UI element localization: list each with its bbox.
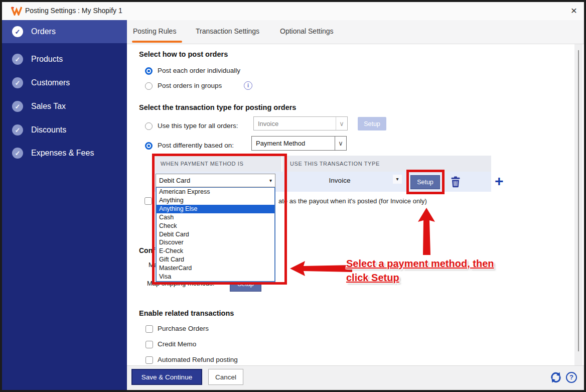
radio-post-differently-label: Post differently based on: (158, 142, 234, 149)
all-orders-type-value: Invoice (258, 120, 278, 127)
annotation-text: Select a payment method, then click Setu… (346, 256, 507, 285)
payment-method-combo[interactable]: Debit Card ▾ (156, 174, 275, 187)
checkbox-automated-refund[interactable] (145, 356, 153, 364)
tab-transaction-settings[interactable]: Transaction Settings (196, 27, 259, 35)
check-circle-icon: ✓ (12, 54, 23, 65)
annotation-line-2: click Setup (346, 271, 507, 285)
radio-post-differently[interactable] (145, 142, 153, 150)
cancel-button[interactable]: Cancel (208, 369, 243, 385)
save-continue-button[interactable]: Save & Continue (131, 369, 202, 385)
window-title: Posting Settings : My Shopify 1 (25, 7, 122, 15)
checkbox-automated-refund-label: Automated Refund posting (158, 356, 238, 363)
dropdown-option[interactable]: Discover (157, 238, 274, 247)
dropdown-option[interactable]: Cash (157, 213, 274, 222)
sidebar-item-expenses-fees[interactable]: ✓ Expenses & Fees (2, 142, 127, 164)
annotation-left-arrow-icon (289, 259, 352, 278)
sidebar-item-label: Products (31, 55, 63, 64)
payment-method-combo-value: Debit Card (159, 177, 190, 184)
dropdown-option[interactable]: Gift Card (157, 255, 274, 264)
radio-post-individually[interactable] (145, 67, 153, 75)
help-icon[interactable]: ? (566, 372, 577, 383)
info-icon[interactable]: i (244, 81, 252, 90)
title-bar: Posting Settings : My Shopify 1 × (2, 2, 584, 21)
dropdown-option[interactable]: Debit Card (157, 230, 274, 239)
sidebar-item-orders[interactable]: ✓ Orders (2, 20, 127, 43)
transaction-type-value[interactable]: Invoice (295, 177, 385, 184)
heading-how-to-post: Select how to post orders (139, 50, 228, 58)
webgility-logo-icon (11, 6, 22, 16)
post-differently-select[interactable]: Payment Method ∨ (251, 136, 347, 151)
table-header-transaction-type: USE THIS TRANSACTION TYPE (282, 156, 491, 172)
refresh-icon[interactable] (550, 371, 562, 383)
tab-optional-settings[interactable]: Optional Settings (280, 27, 334, 35)
post-differently-value: Payment Method (256, 140, 305, 147)
chevron-down-icon: ∨ (335, 137, 346, 150)
payout-date-checkbox[interactable] (144, 197, 152, 205)
tab-bar: Posting Rules Transaction Settings Optio… (127, 20, 584, 44)
active-tab-underline (132, 41, 182, 43)
checkbox-purchase-orders-label: Purchase Orders (158, 325, 209, 332)
posting-settings-window: Posting Settings : My Shopify 1 × ✓ Orde… (2, 2, 584, 390)
check-circle-icon: ✓ (12, 124, 23, 136)
checkbox-credit-memo-label: Credit Memo (158, 340, 196, 348)
configure-heading-fragment: Conf (139, 246, 155, 254)
radio-all-orders[interactable] (145, 122, 153, 130)
dropdown-option[interactable]: American Express (157, 188, 274, 196)
heading-transaction-type: Select the transaction type for posting … (139, 103, 296, 111)
sidebar-item-label: Expenses & Fees (31, 149, 94, 158)
radio-post-individually-label: Post each order individually (158, 67, 240, 74)
annotation-up-arrow-icon (414, 207, 438, 255)
sidebar-item-discounts[interactable]: ✓ Discounts (2, 119, 127, 141)
sidebar-item-label: Discounts (31, 125, 66, 135)
check-circle-icon: ✓ (12, 26, 23, 37)
add-rule-plus-icon[interactable]: + (495, 174, 504, 189)
sidebar-item-products[interactable]: ✓ Products (2, 48, 127, 70)
sidebar-item-customers[interactable]: ✓ Customers (2, 72, 127, 94)
annotation-line-1: Select a payment method, then (346, 256, 507, 271)
dropdown-option[interactable]: Visa (157, 273, 274, 281)
radio-post-groups[interactable] (145, 82, 153, 90)
dropdown-option[interactable]: MasterCard (157, 264, 274, 273)
check-circle-icon: ✓ (12, 77, 23, 88)
vertical-scrollbar-thumb[interactable] (578, 50, 579, 351)
sidebar-item-label: Customers (31, 78, 70, 87)
combo-arrow-icon: ▾ (269, 178, 272, 183)
dropdown-option-selected[interactable]: Anything Else (157, 205, 274, 213)
sidebar-item-sales-tax[interactable]: ✓ Sales Tax (2, 95, 127, 117)
payment-method-dropdown-list: American Express Anything Anything Else … (156, 187, 275, 282)
close-icon[interactable]: × (571, 5, 577, 17)
chevron-down-icon: ∨ (336, 117, 347, 130)
delete-trash-icon[interactable] (451, 176, 461, 188)
payout-date-label-fragment: ate as the payout when it's posted (for … (278, 197, 427, 205)
check-circle-icon: ✓ (12, 148, 23, 159)
dropdown-option[interactable]: E-Check (157, 247, 274, 255)
tab-posting-rules[interactable]: Posting Rules (133, 27, 176, 35)
all-orders-type-select: Invoice ∨ (253, 116, 348, 130)
transaction-type-arrow-icon[interactable]: ▾ (393, 175, 402, 184)
heading-related-transactions: Enable related transactions (139, 309, 234, 317)
checkbox-purchase-orders[interactable] (145, 325, 153, 333)
radio-all-orders-label: Use this type for all orders: (158, 122, 238, 129)
check-circle-icon: ✓ (12, 101, 23, 112)
dropdown-option[interactable]: Check (157, 222, 274, 230)
sidebar-item-label: Sales Tax (31, 102, 66, 111)
sidebar-item-label: Orders (31, 27, 56, 36)
vertical-scrollbar-track[interactable] (574, 44, 582, 365)
setup-button-disabled: Setup (358, 117, 386, 130)
dropdown-option[interactable]: Anything (157, 196, 274, 205)
screenshot-frame: Posting Settings : My Shopify 1 × ✓ Orde… (0, 0, 586, 392)
sidebar: ✓ Orders ✓ Products ✓ Customers ✓ Sales … (2, 20, 127, 390)
radio-post-groups-label: Post orders in groups (158, 82, 222, 89)
table-header-payment-method: WHEN PAYMENT METHOD IS (153, 156, 281, 172)
row-setup-button[interactable]: Setup (410, 175, 440, 189)
checkbox-credit-memo[interactable] (145, 341, 153, 348)
